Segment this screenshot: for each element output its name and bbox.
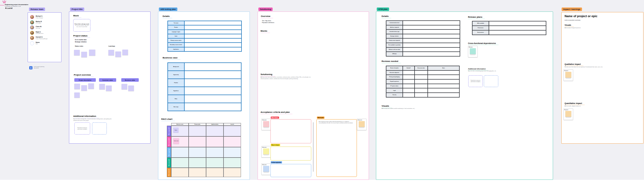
- row-value-cell[interactable]: [184, 79, 241, 87]
- resource-link-box[interactable]: Paste links to resources (and remove exa…: [468, 75, 483, 87]
- tab-impact-learnings[interactable]: Impact / learnings: [562, 8, 582, 11]
- sticky-note[interactable]: [122, 84, 127, 89]
- row-value-cell[interactable]: [415, 93, 428, 97]
- row-value-cell[interactable]: [184, 38, 241, 43]
- row-value-cell[interactable]: [403, 34, 460, 39]
- row-value-cell[interactable]: [489, 26, 546, 30]
- sticky-note[interactable]: [565, 111, 571, 117]
- row-value-cell[interactable]: [184, 87, 241, 95]
- impact-subtitle[interactable]: Link to executive summary: [565, 19, 580, 21]
- raci-cell[interactable]: [189, 136, 206, 147]
- project-description-button[interactable]: Project description: [74, 78, 96, 82]
- raci-sticky-name[interactable]: Name: [173, 128, 178, 133]
- tab-ab-testing[interactable]: A/B testing plan: [159, 8, 177, 11]
- sticky-note[interactable]: [88, 83, 94, 89]
- row-value-cell[interactable]: [403, 79, 415, 84]
- empty-resource-box[interactable]: [92, 122, 107, 135]
- linked-doc-label[interactable]: Link to project planning documents: [34, 66, 48, 69]
- sticky-notes-frame[interactable]: Sticky notes: [261, 146, 271, 158]
- raci-cell[interactable]: [171, 158, 189, 168]
- sticky-note[interactable]: [74, 92, 80, 98]
- row-value-cell[interactable]: [428, 88, 459, 93]
- business-value-button[interactable]: Business value: [121, 78, 139, 82]
- row-value-cell[interactable]: [403, 43, 460, 47]
- tab-release-team[interactable]: Release team: [29, 8, 45, 11]
- row-value-cell[interactable]: [428, 93, 459, 97]
- raci-cell[interactable]: [224, 126, 241, 136]
- team-member-row[interactable]: Najat A.Quality Assurance: [30, 31, 59, 36]
- nice-to-haves-box[interactable]: [270, 147, 311, 160]
- team-member-row[interactable]: Michael C.Product Manager: [30, 15, 59, 20]
- work-plan-box[interactable]: A list of high-level steps to follow (or…: [316, 119, 357, 177]
- row-value-cell[interactable]: [428, 75, 459, 79]
- team-member-row[interactable]: Hannah H.Product Marketing Manager: [30, 36, 59, 41]
- must-haves-box[interactable]: [270, 119, 311, 143]
- row-value-cell[interactable]: [403, 52, 460, 56]
- row-value-cell[interactable]: [489, 21, 546, 26]
- raci-cell[interactable]: [189, 126, 206, 136]
- row-value-cell[interactable]: [415, 75, 428, 79]
- raci-cell[interactable]: [171, 147, 189, 158]
- raci-cell[interactable]: [206, 158, 224, 168]
- row-value-cell[interactable]: [184, 43, 241, 47]
- raci-cell[interactable]: [224, 147, 241, 158]
- sticky-note[interactable]: [81, 52, 87, 57]
- sticky-notes-frame[interactable]: Responses: [564, 109, 573, 120]
- raci-cell[interactable]: [189, 168, 206, 177]
- row-value-cell[interactable]: [415, 79, 428, 84]
- raci-cell[interactable]: [206, 147, 224, 158]
- row-value-cell[interactable]: [415, 88, 428, 93]
- raci-cell[interactable]: [171, 168, 189, 177]
- row-value-cell[interactable]: [184, 95, 241, 103]
- follow-up-polish-tag[interactable]: Follow up/polish: [271, 161, 282, 163]
- tab-project-title[interactable]: Project title: [70, 8, 84, 11]
- linked-doc-icon[interactable]: [29, 66, 32, 69]
- follow-up-polish-box[interactable]: [270, 164, 311, 177]
- sticky-note[interactable]: [359, 121, 365, 127]
- raci-cell[interactable]: [224, 168, 241, 177]
- row-value-cell[interactable]: [403, 75, 415, 79]
- sticky-note[interactable]: [122, 50, 128, 55]
- sticky-notes-frame[interactable]: Milestones: [468, 46, 478, 57]
- row-value-cell[interactable]: [428, 79, 459, 84]
- team-member-row[interactable]: Marley B.UX Designer: [30, 20, 59, 25]
- team-member-row[interactable]: NameRole: [30, 41, 59, 46]
- raci-cell[interactable]: [189, 147, 206, 158]
- row-value-cell[interactable]: [403, 84, 415, 88]
- row-value-cell[interactable]: [184, 63, 241, 71]
- row-value-cell[interactable]: [415, 84, 428, 88]
- empty-resource-box[interactable]: [484, 75, 498, 87]
- sticky-note[interactable]: [128, 85, 134, 91]
- team-member-row[interactable]: Claire M.Tech Lead: [30, 25, 59, 30]
- row-value-cell[interactable]: [403, 38, 460, 43]
- sticky-note[interactable]: [115, 51, 121, 57]
- resource-link-box[interactable]: Paste links to resources (and remove exa…: [74, 122, 90, 135]
- sticky-note[interactable]: [470, 48, 476, 54]
- row-value-cell[interactable]: [428, 84, 459, 88]
- raci-sticky-team-name[interactable]: Team name: [173, 138, 179, 144]
- row-value-cell[interactable]: [403, 29, 460, 34]
- row-value-cell[interactable]: [184, 30, 241, 34]
- row-value-cell[interactable]: [184, 21, 241, 25]
- row-value-cell[interactable]: [489, 30, 546, 35]
- sticky-note[interactable]: [81, 85, 87, 91]
- sticky-notes-frame[interactable]: Responses: [564, 69, 573, 81]
- row-value-cell[interactable]: [184, 103, 241, 111]
- mock-placeholder-box[interactable]: Paste link to design mock Once the link …: [73, 19, 90, 32]
- row-value-cell[interactable]: [184, 47, 241, 51]
- row-value-cell[interactable]: [403, 47, 460, 52]
- must-haves-tag[interactable]: Must haves: [271, 117, 279, 119]
- sticky-note[interactable]: [106, 85, 112, 91]
- row-value-cell[interactable]: [184, 25, 241, 29]
- sticky-note[interactable]: [565, 72, 571, 78]
- raci-cell[interactable]: [206, 168, 224, 177]
- sticky-note[interactable]: [263, 166, 269, 172]
- tab-gtm-plan[interactable]: GTM plan: [377, 8, 389, 11]
- row-value-cell[interactable]: [428, 70, 459, 75]
- row-value-cell[interactable]: [403, 21, 460, 25]
- sticky-notes-frame[interactable]: Sticky notes: [261, 119, 271, 130]
- sticky-note[interactable]: [108, 50, 114, 55]
- customer-value-button[interactable]: Customer value: [99, 78, 116, 82]
- row-value-cell[interactable]: [184, 71, 241, 79]
- raci-cell[interactable]: [224, 158, 241, 168]
